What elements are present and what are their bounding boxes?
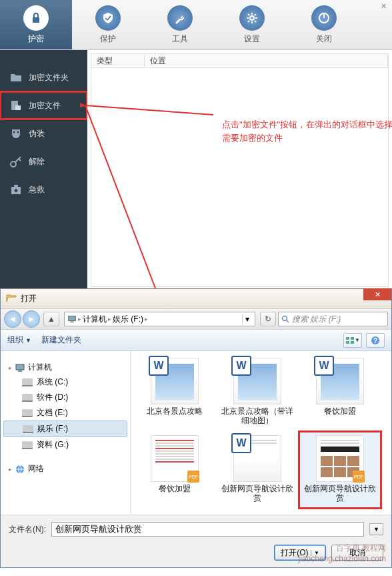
dialog-titlebar: 打开 ✕ <box>1 288 391 308</box>
file-open-dialog: 打开 ✕ ◄ ► ▲ ▸ 计算机 ▸ 娱乐 (F:) ▸ ▾ ↻ 搜索 娱乐 (… <box>0 288 392 568</box>
tab-close[interactable]: 关闭 <box>288 0 360 49</box>
open-button[interactable]: 打开(O) ▼ <box>274 545 326 561</box>
tab-tools[interactable]: 工具 <box>144 0 216 49</box>
refresh-button[interactable]: ↻ <box>260 312 276 326</box>
sidebar: 加密文件夹 加密文件 伪装 解除 急救 <box>0 50 87 288</box>
column-location[interactable]: 位置 <box>145 55 388 67</box>
file-name: 北京景点攻略（带详细地图） <box>220 406 295 426</box>
tab-protect-main[interactable]: 护密 <box>0 0 72 49</box>
file-item[interactable]: PDF 创新网页导航设计欣赏 <box>300 433 380 507</box>
filename-label: 文件名(N): <box>9 524 46 535</box>
breadcrumb-item[interactable]: 娱乐 (F:) <box>113 314 143 325</box>
chevron-down-icon[interactable]: ▼ <box>369 523 383 535</box>
drive-icon <box>22 409 33 417</box>
organize-dropdown[interactable]: 组织 ▼ <box>7 334 31 346</box>
sidebar-item-encrypt-file[interactable]: 加密文件 <box>0 91 87 119</box>
tree-drive-c[interactable]: 系统 (C:) <box>3 374 127 390</box>
tab-settings[interactable]: 设置 <box>216 0 288 49</box>
chevron-down-icon[interactable]: ▾ <box>242 314 252 324</box>
svg-line-10 <box>19 159 21 161</box>
file-item[interactable]: W 北京各景点攻略 <box>135 355 215 430</box>
dialog-footer: 文件名(N): ▼ 打开(O) ▼ 取消 <box>1 515 391 567</box>
svg-point-7 <box>17 131 19 133</box>
computer-icon <box>67 314 77 324</box>
svg-rect-21 <box>346 341 349 344</box>
file-lock-icon <box>10 99 22 111</box>
svg-rect-15 <box>69 316 76 321</box>
drive-icon <box>22 394 33 402</box>
word-icon: W <box>231 356 251 376</box>
tree-label: 娱乐 (F:) <box>37 423 68 435</box>
sidebar-item-remove[interactable]: 解除 <box>0 148 87 176</box>
tree-drive-d[interactable]: 软件 (D:) <box>3 390 127 405</box>
file-item[interactable]: PDF 餐饮加盟 <box>135 433 215 507</box>
theater-icon <box>10 127 22 139</box>
firstaid-icon <box>10 184 22 196</box>
nav-up-button[interactable]: ▲ <box>43 312 59 326</box>
view-mode-button[interactable]: ▼ <box>343 333 362 348</box>
search-placeholder: 搜索 娱乐 (F:) <box>292 314 341 325</box>
drive-icon <box>22 378 33 386</box>
cancel-button[interactable]: 取消 <box>331 545 383 561</box>
close-icon[interactable]: ✕ <box>381 2 387 11</box>
new-folder-button[interactable]: 新建文件夹 <box>41 334 81 346</box>
breadcrumb[interactable]: ▸ 计算机 ▸ 娱乐 (F:) ▸ ▾ <box>64 312 255 326</box>
computer-icon <box>15 362 25 373</box>
key-icon <box>10 156 22 168</box>
tree-computer[interactable]: ▸ 计算机 <box>3 360 127 374</box>
nav-back-button[interactable]: ◄ <box>4 310 21 328</box>
shield-icon <box>95 5 121 31</box>
network-icon <box>15 464 25 475</box>
expand-icon[interactable]: ▸ <box>9 364 12 371</box>
tree-drive-e[interactable]: 文档 (E:) <box>3 405 127 420</box>
file-name: 餐饮加盟 <box>324 406 356 416</box>
file-name: 创新网页导航设计欣赏 <box>220 484 295 503</box>
expand-icon[interactable]: ▸ <box>9 466 12 473</box>
tree-network[interactable]: ▸ 网络 <box>3 462 127 476</box>
svg-point-6 <box>13 131 15 133</box>
breadcrumb-item[interactable]: 计算机 <box>83 314 107 325</box>
encryption-app-window: ✕ 护密 保护 工具 设置 关闭 加密文件夹 <box>0 0 392 288</box>
nav-forward-button[interactable]: ► <box>23 310 40 328</box>
word-icon: W <box>314 356 334 376</box>
dialog-title: 打开 <box>21 293 37 304</box>
filename-input[interactable] <box>51 522 364 537</box>
gear-icon <box>239 5 265 31</box>
pdf-icon: PDF <box>353 471 365 483</box>
file-item[interactable]: W 创新网页导航设计欣赏 <box>217 433 297 507</box>
main-panel: 类型 位置 点击"加密文件"按钮，在弹出的对话框中选择需要加密的文件 <box>87 50 392 288</box>
file-item[interactable]: W 餐饮加盟 <box>300 355 380 430</box>
annotation-text: 点击"加密文件"按钮，在弹出的对话框中选择需要加密的文件 <box>222 118 392 144</box>
sidebar-item-encrypt-folder[interactable]: 加密文件夹 <box>0 63 87 91</box>
table-body: 点击"加密文件"按钮，在弹出的对话框中选择需要加密的文件 <box>91 68 389 287</box>
chevron-down-icon[interactable]: ▼ <box>311 550 319 556</box>
pdf-icon: PDF <box>187 471 199 483</box>
svg-text:?: ? <box>373 337 377 344</box>
column-type[interactable]: 类型 <box>91 55 145 67</box>
sidebar-item-label: 急救 <box>29 184 45 196</box>
sidebar-item-disguise[interactable]: 伪装 <box>0 119 87 148</box>
tab-label: 设置 <box>244 33 260 45</box>
drive-icon <box>22 441 33 449</box>
tab-protect[interactable]: 保护 <box>72 0 144 49</box>
help-button[interactable]: ? <box>366 333 385 348</box>
svg-line-18 <box>287 320 289 322</box>
svg-rect-12 <box>14 185 18 187</box>
tree-drive-f[interactable]: 娱乐 (F:) <box>3 420 127 437</box>
svg-rect-26 <box>18 370 22 372</box>
dialog-toolbar: 组织 ▼ 新建文件夹 ▼ ? <box>1 330 391 351</box>
main-toolbar: 护密 保护 工具 设置 关闭 <box>0 0 392 50</box>
dialog-close-button[interactable]: ✕ <box>363 288 391 300</box>
svg-rect-20 <box>351 337 354 340</box>
file-item[interactable]: W 北京景点攻略（带详细地图） <box>217 355 297 430</box>
sidebar-item-rescue[interactable]: 急救 <box>0 176 87 204</box>
tab-label: 工具 <box>172 33 188 45</box>
file-name: 创新网页导航设计欣赏 <box>303 484 377 503</box>
search-input[interactable]: 搜索 娱乐 (F:) <box>278 312 388 326</box>
folder-tree: ▸ 计算机 系统 (C:) 软件 (D:) 文档 (E:) 娱乐 (F:) 资料… <box>1 351 131 515</box>
svg-rect-0 <box>33 17 39 23</box>
svg-rect-22 <box>351 341 354 344</box>
sidebar-item-label: 加密文件 <box>29 100 61 111</box>
tree-label: 资料 (G:) <box>37 439 69 451</box>
tree-drive-g[interactable]: 资料 (G:) <box>3 437 127 453</box>
